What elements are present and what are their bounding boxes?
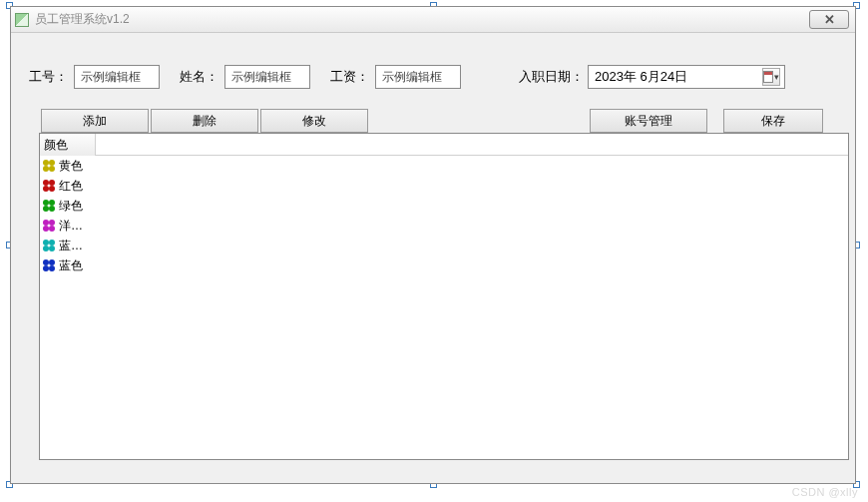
svg-point-9: [49, 200, 55, 206]
watermark: CSDN @xlly: [792, 486, 858, 498]
list-item-label: 洋…: [59, 218, 95, 235]
svg-point-8: [43, 200, 49, 206]
chevron-down-icon: ▾: [774, 72, 779, 82]
list-item-label: 蓝…: [59, 238, 95, 254]
titlebar: 员工管理系统v1.2 ✕: [11, 7, 855, 33]
column-header-color[interactable]: 颜色: [40, 134, 96, 156]
svg-point-15: [49, 226, 55, 232]
svg-point-6: [43, 186, 49, 192]
list-item-label: 红色: [59, 178, 95, 195]
color-icon: [42, 239, 56, 252]
app-icon: [15, 13, 29, 27]
name-label: 姓名：: [180, 68, 218, 86]
close-icon: ✕: [824, 12, 835, 27]
date-label: 入职日期：: [519, 68, 584, 86]
color-icon: [42, 179, 56, 193]
color-icon: [42, 219, 56, 233]
svg-point-18: [43, 246, 49, 251]
color-icon: [42, 258, 56, 272]
window-title: 员工管理系统v1.2: [35, 11, 130, 28]
svg-point-5: [49, 180, 55, 186]
date-picker[interactable]: 2023年 6月24日 ▾: [588, 65, 785, 89]
list-item-label: 绿色: [59, 198, 95, 215]
account-manage-button[interactable]: 账号管理: [590, 109, 707, 133]
svg-point-7: [49, 186, 55, 192]
svg-point-23: [49, 265, 55, 271]
svg-point-17: [49, 240, 55, 246]
svg-point-3: [49, 166, 55, 172]
color-icon: [42, 199, 56, 213]
close-button[interactable]: ✕: [809, 10, 849, 29]
id-label: 工号：: [29, 68, 68, 86]
delete-button[interactable]: 删除: [151, 109, 258, 133]
svg-point-12: [43, 220, 49, 226]
save-button[interactable]: 保存: [723, 109, 823, 133]
add-button[interactable]: 添加: [41, 109, 149, 133]
svg-point-4: [43, 180, 49, 186]
app-window: 员工管理系统v1.2 ✕ 工号： 姓名： 工资： 入职日期： 2023年 6月2…: [10, 6, 856, 484]
svg-point-10: [43, 206, 49, 212]
color-listview[interactable]: 颜色 黄色红色绿色洋…蓝…蓝色: [39, 133, 849, 460]
list-item[interactable]: 洋…: [40, 216, 848, 236]
svg-point-0: [43, 160, 49, 166]
salary-input[interactable]: [375, 65, 461, 89]
salary-label: 工资：: [330, 68, 369, 86]
name-input[interactable]: [224, 65, 310, 89]
calendar-icon: [763, 71, 773, 83]
svg-point-13: [49, 220, 55, 226]
date-dropdown-button[interactable]: ▾: [762, 68, 780, 86]
svg-point-22: [43, 265, 49, 271]
svg-point-2: [43, 166, 49, 172]
svg-point-1: [49, 160, 55, 166]
color-icon: [42, 159, 56, 173]
svg-point-19: [49, 246, 55, 251]
list-item-label: 黄色: [59, 158, 95, 175]
id-input[interactable]: [74, 65, 160, 89]
list-item[interactable]: 红色: [40, 176, 848, 196]
date-value: 2023年 6月24日: [595, 68, 762, 86]
svg-point-11: [49, 206, 55, 212]
svg-point-21: [49, 259, 55, 265]
toolbar: 添加 删除 修改 账号管理 保存: [41, 109, 825, 135]
list-item-label: 蓝色: [59, 257, 95, 274]
svg-point-20: [43, 259, 49, 265]
form-row: 工号： 姓名： 工资： 入职日期： 2023年 6月24日 ▾: [29, 61, 837, 93]
client-area: 工号： 姓名： 工资： 入职日期： 2023年 6月24日 ▾ 添加 删除 修改…: [11, 33, 855, 483]
list-item[interactable]: 蓝…: [40, 236, 848, 255]
list-item[interactable]: 绿色: [40, 196, 848, 216]
svg-point-14: [43, 226, 49, 232]
list-item[interactable]: 黄色: [40, 156, 848, 176]
listview-header: 颜色: [40, 134, 848, 156]
svg-point-16: [43, 240, 49, 246]
list-item[interactable]: 蓝色: [40, 255, 848, 275]
modify-button[interactable]: 修改: [260, 109, 368, 133]
